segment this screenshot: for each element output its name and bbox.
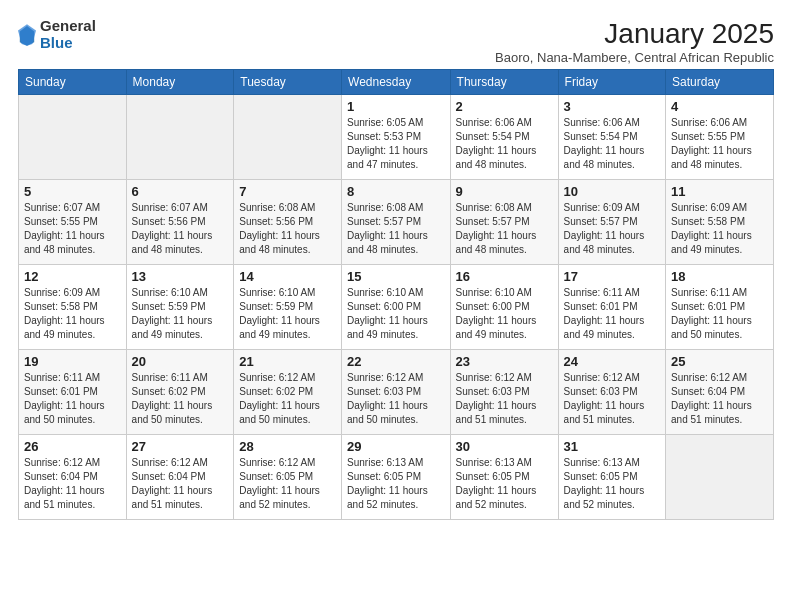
day-number: 15 bbox=[347, 269, 445, 284]
calendar-cell: 5Sunrise: 6:07 AM Sunset: 5:55 PM Daylig… bbox=[19, 180, 127, 265]
calendar-header-row: SundayMondayTuesdayWednesdayThursdayFrid… bbox=[19, 70, 774, 95]
page: General Blue January 2025 Baoro, Nana-Ma… bbox=[0, 0, 792, 532]
title-block: January 2025 Baoro, Nana-Mambere, Centra… bbox=[495, 18, 774, 65]
calendar-header-sunday: Sunday bbox=[19, 70, 127, 95]
day-number: 9 bbox=[456, 184, 553, 199]
calendar-cell: 10Sunrise: 6:09 AM Sunset: 5:57 PM Dayli… bbox=[558, 180, 665, 265]
day-number: 22 bbox=[347, 354, 445, 369]
day-number: 13 bbox=[132, 269, 229, 284]
day-info: Sunrise: 6:08 AM Sunset: 5:57 PM Dayligh… bbox=[456, 201, 553, 257]
day-number: 14 bbox=[239, 269, 336, 284]
calendar-cell: 8Sunrise: 6:08 AM Sunset: 5:57 PM Daylig… bbox=[342, 180, 451, 265]
day-info: Sunrise: 6:10 AM Sunset: 6:00 PM Dayligh… bbox=[456, 286, 553, 342]
day-info: Sunrise: 6:12 AM Sunset: 6:03 PM Dayligh… bbox=[347, 371, 445, 427]
calendar-cell bbox=[234, 95, 342, 180]
day-number: 7 bbox=[239, 184, 336, 199]
day-info: Sunrise: 6:11 AM Sunset: 6:01 PM Dayligh… bbox=[671, 286, 768, 342]
calendar-cell: 27Sunrise: 6:12 AM Sunset: 6:04 PM Dayli… bbox=[126, 435, 234, 520]
day-number: 8 bbox=[347, 184, 445, 199]
day-info: Sunrise: 6:10 AM Sunset: 5:59 PM Dayligh… bbox=[132, 286, 229, 342]
calendar-cell: 23Sunrise: 6:12 AM Sunset: 6:03 PM Dayli… bbox=[450, 350, 558, 435]
calendar-cell: 14Sunrise: 6:10 AM Sunset: 5:59 PM Dayli… bbox=[234, 265, 342, 350]
day-number: 27 bbox=[132, 439, 229, 454]
calendar-cell: 11Sunrise: 6:09 AM Sunset: 5:58 PM Dayli… bbox=[666, 180, 774, 265]
day-info: Sunrise: 6:13 AM Sunset: 6:05 PM Dayligh… bbox=[347, 456, 445, 512]
day-info: Sunrise: 6:08 AM Sunset: 5:56 PM Dayligh… bbox=[239, 201, 336, 257]
calendar-header-monday: Monday bbox=[126, 70, 234, 95]
calendar-cell bbox=[666, 435, 774, 520]
day-info: Sunrise: 6:06 AM Sunset: 5:55 PM Dayligh… bbox=[671, 116, 768, 172]
day-number: 1 bbox=[347, 99, 445, 114]
calendar-cell: 2Sunrise: 6:06 AM Sunset: 5:54 PM Daylig… bbox=[450, 95, 558, 180]
day-info: Sunrise: 6:13 AM Sunset: 6:05 PM Dayligh… bbox=[456, 456, 553, 512]
day-info: Sunrise: 6:11 AM Sunset: 6:01 PM Dayligh… bbox=[564, 286, 660, 342]
calendar-table: SundayMondayTuesdayWednesdayThursdayFrid… bbox=[18, 69, 774, 520]
calendar-cell: 16Sunrise: 6:10 AM Sunset: 6:00 PM Dayli… bbox=[450, 265, 558, 350]
day-info: Sunrise: 6:12 AM Sunset: 6:03 PM Dayligh… bbox=[456, 371, 553, 427]
day-number: 18 bbox=[671, 269, 768, 284]
day-number: 17 bbox=[564, 269, 660, 284]
day-info: Sunrise: 6:11 AM Sunset: 6:02 PM Dayligh… bbox=[132, 371, 229, 427]
day-info: Sunrise: 6:11 AM Sunset: 6:01 PM Dayligh… bbox=[24, 371, 121, 427]
calendar-cell bbox=[19, 95, 127, 180]
week-row-3: 12Sunrise: 6:09 AM Sunset: 5:58 PM Dayli… bbox=[19, 265, 774, 350]
day-info: Sunrise: 6:08 AM Sunset: 5:57 PM Dayligh… bbox=[347, 201, 445, 257]
calendar-header-wednesday: Wednesday bbox=[342, 70, 451, 95]
day-info: Sunrise: 6:09 AM Sunset: 5:58 PM Dayligh… bbox=[24, 286, 121, 342]
day-info: Sunrise: 6:10 AM Sunset: 6:00 PM Dayligh… bbox=[347, 286, 445, 342]
day-number: 10 bbox=[564, 184, 660, 199]
day-number: 30 bbox=[456, 439, 553, 454]
calendar-cell: 4Sunrise: 6:06 AM Sunset: 5:55 PM Daylig… bbox=[666, 95, 774, 180]
calendar-cell: 20Sunrise: 6:11 AM Sunset: 6:02 PM Dayli… bbox=[126, 350, 234, 435]
subtitle: Baoro, Nana-Mambere, Central African Rep… bbox=[495, 50, 774, 65]
day-info: Sunrise: 6:07 AM Sunset: 5:56 PM Dayligh… bbox=[132, 201, 229, 257]
day-number: 2 bbox=[456, 99, 553, 114]
calendar-cell bbox=[126, 95, 234, 180]
logo-general-text: General bbox=[40, 17, 96, 34]
day-number: 28 bbox=[239, 439, 336, 454]
generalblue-logo-icon bbox=[18, 24, 36, 46]
day-number: 26 bbox=[24, 439, 121, 454]
day-info: Sunrise: 6:12 AM Sunset: 6:04 PM Dayligh… bbox=[24, 456, 121, 512]
calendar-cell: 29Sunrise: 6:13 AM Sunset: 6:05 PM Dayli… bbox=[342, 435, 451, 520]
day-number: 12 bbox=[24, 269, 121, 284]
day-info: Sunrise: 6:12 AM Sunset: 6:04 PM Dayligh… bbox=[132, 456, 229, 512]
day-number: 29 bbox=[347, 439, 445, 454]
calendar-cell: 1Sunrise: 6:05 AM Sunset: 5:53 PM Daylig… bbox=[342, 95, 451, 180]
day-number: 16 bbox=[456, 269, 553, 284]
logo: General Blue bbox=[18, 18, 96, 51]
calendar-cell: 18Sunrise: 6:11 AM Sunset: 6:01 PM Dayli… bbox=[666, 265, 774, 350]
day-number: 23 bbox=[456, 354, 553, 369]
calendar-cell: 17Sunrise: 6:11 AM Sunset: 6:01 PM Dayli… bbox=[558, 265, 665, 350]
calendar-cell: 15Sunrise: 6:10 AM Sunset: 6:00 PM Dayli… bbox=[342, 265, 451, 350]
week-row-5: 26Sunrise: 6:12 AM Sunset: 6:04 PM Dayli… bbox=[19, 435, 774, 520]
calendar-header-thursday: Thursday bbox=[450, 70, 558, 95]
day-info: Sunrise: 6:09 AM Sunset: 5:57 PM Dayligh… bbox=[564, 201, 660, 257]
day-number: 31 bbox=[564, 439, 660, 454]
day-number: 24 bbox=[564, 354, 660, 369]
calendar-cell: 9Sunrise: 6:08 AM Sunset: 5:57 PM Daylig… bbox=[450, 180, 558, 265]
week-row-4: 19Sunrise: 6:11 AM Sunset: 6:01 PM Dayli… bbox=[19, 350, 774, 435]
day-number: 3 bbox=[564, 99, 660, 114]
day-number: 4 bbox=[671, 99, 768, 114]
calendar-cell: 6Sunrise: 6:07 AM Sunset: 5:56 PM Daylig… bbox=[126, 180, 234, 265]
header: General Blue January 2025 Baoro, Nana-Ma… bbox=[18, 18, 774, 65]
day-info: Sunrise: 6:12 AM Sunset: 6:04 PM Dayligh… bbox=[671, 371, 768, 427]
day-number: 21 bbox=[239, 354, 336, 369]
day-number: 11 bbox=[671, 184, 768, 199]
calendar-cell: 26Sunrise: 6:12 AM Sunset: 6:04 PM Dayli… bbox=[19, 435, 127, 520]
day-info: Sunrise: 6:09 AM Sunset: 5:58 PM Dayligh… bbox=[671, 201, 768, 257]
calendar-cell: 22Sunrise: 6:12 AM Sunset: 6:03 PM Dayli… bbox=[342, 350, 451, 435]
day-number: 5 bbox=[24, 184, 121, 199]
week-row-2: 5Sunrise: 6:07 AM Sunset: 5:55 PM Daylig… bbox=[19, 180, 774, 265]
calendar-cell: 13Sunrise: 6:10 AM Sunset: 5:59 PM Dayli… bbox=[126, 265, 234, 350]
day-number: 6 bbox=[132, 184, 229, 199]
day-number: 25 bbox=[671, 354, 768, 369]
day-info: Sunrise: 6:12 AM Sunset: 6:05 PM Dayligh… bbox=[239, 456, 336, 512]
day-info: Sunrise: 6:05 AM Sunset: 5:53 PM Dayligh… bbox=[347, 116, 445, 172]
calendar-cell: 12Sunrise: 6:09 AM Sunset: 5:58 PM Dayli… bbox=[19, 265, 127, 350]
day-info: Sunrise: 6:13 AM Sunset: 6:05 PM Dayligh… bbox=[564, 456, 660, 512]
calendar-header-friday: Friday bbox=[558, 70, 665, 95]
calendar-cell: 24Sunrise: 6:12 AM Sunset: 6:03 PM Dayli… bbox=[558, 350, 665, 435]
calendar-cell: 25Sunrise: 6:12 AM Sunset: 6:04 PM Dayli… bbox=[666, 350, 774, 435]
